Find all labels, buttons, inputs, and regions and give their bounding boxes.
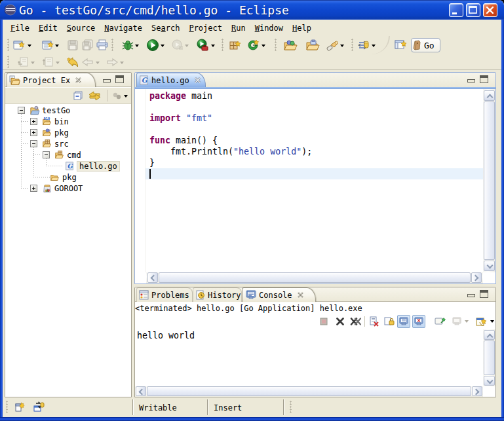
fast-view-icon[interactable] <box>14 401 26 413</box>
new-wizard-dropdown-icon[interactable] <box>27 43 32 48</box>
toolbar-grip[interactable] <box>275 39 277 52</box>
view-menu-icon[interactable] <box>123 94 128 99</box>
collapse-expander-icon[interactable] <box>30 140 37 147</box>
close-button[interactable] <box>483 3 497 17</box>
editor-tab-close-icon[interactable] <box>194 77 201 84</box>
menu-source[interactable]: Source <box>67 24 95 33</box>
tree-item-hellogo[interactable]: G hello.go <box>65 160 119 172</box>
tree-item-cmd[interactable]: cmd <box>43 149 81 160</box>
tree-label[interactable]: GOROOT <box>54 184 83 193</box>
link-with-editor-icon[interactable] <box>88 89 101 102</box>
tab-history[interactable]: History <box>193 287 242 302</box>
menu-help[interactable]: Help <box>292 24 311 33</box>
scroll-left-icon[interactable] <box>136 386 146 396</box>
menu-run[interactable]: Run <box>231 24 246 33</box>
tab-console[interactable]: Console <box>242 287 316 302</box>
toolbar-grip[interactable] <box>7 56 9 69</box>
open-console-dropdown-icon[interactable] <box>490 319 495 324</box>
tree-item-src[interactable]: src <box>30 138 69 149</box>
maximize-view-icon[interactable] <box>480 290 488 298</box>
remove-all-terminated-icon[interactable] <box>349 315 362 328</box>
toolbar-grip[interactable] <box>351 39 353 52</box>
save-icon[interactable] <box>66 38 80 52</box>
scrollbar-thumb[interactable] <box>484 340 495 375</box>
toolbar-grip[interactable] <box>7 39 9 52</box>
filters-icon[interactable] <box>110 89 123 102</box>
scroll-right-icon[interactable] <box>471 272 482 283</box>
tree-item-pkg2[interactable]: pkg <box>50 172 77 183</box>
external-tools-icon[interactable] <box>195 38 210 52</box>
maximize-view-icon[interactable] <box>115 75 124 83</box>
tab-problems[interactable]: Problems <box>136 287 193 302</box>
tree-item-bin[interactable]: 010 bin <box>30 116 69 127</box>
console-output[interactable]: hello world <box>135 329 495 386</box>
search-dropdown-icon[interactable] <box>339 43 345 48</box>
show-stdout-icon[interactable] <box>397 315 410 328</box>
show-stderr-icon[interactable] <box>412 315 425 328</box>
scroll-up-icon[interactable] <box>484 330 495 340</box>
tree-item-testgo[interactable]: testGo <box>18 105 70 116</box>
scroll-down-icon[interactable] <box>484 376 495 386</box>
tree-item-goroot[interactable]: GOROOT <box>30 183 83 194</box>
explorer-tab-close-icon[interactable] <box>75 77 82 84</box>
console-horizontal-scrollbar[interactable] <box>135 386 483 397</box>
launch-status-icon[interactable] <box>33 401 45 413</box>
editor-vertical-scrollbar[interactable] <box>483 89 495 272</box>
new-go-package-icon[interactable] <box>228 38 242 52</box>
expand-expander-icon[interactable] <box>30 129 37 136</box>
scroll-left-icon[interactable] <box>147 272 158 283</box>
tree-item-pkg[interactable]: pkg <box>30 127 69 138</box>
tree-label[interactable]: testGo <box>42 106 70 115</box>
scrollbar-thumb[interactable] <box>147 386 471 396</box>
new-go-file-dropdown-icon[interactable] <box>261 43 266 48</box>
new-item-dropdown-icon[interactable] <box>54 43 60 48</box>
minimize-button[interactable] <box>449 3 463 17</box>
debug-icon[interactable] <box>121 38 135 52</box>
open-go-type-icon[interactable] <box>283 38 298 52</box>
code-area[interactable]: package main import "fmt" func main() { … <box>146 89 483 272</box>
external-tools-dropdown-icon[interactable] <box>210 43 216 48</box>
menu-file[interactable]: File <box>10 24 29 33</box>
expand-expander-icon[interactable] <box>30 185 37 192</box>
explorer-minmax[interactable] <box>102 75 127 84</box>
tree-label[interactable]: cmd <box>67 151 81 160</box>
editor-horizontal-scrollbar[interactable] <box>146 272 483 284</box>
scroll-lock-icon[interactable] <box>383 315 396 328</box>
menu-project[interactable]: Project <box>189 24 222 33</box>
collapse-expander-icon[interactable] <box>18 107 25 114</box>
remove-launch-icon[interactable] <box>334 315 347 328</box>
toolbar-grip[interactable] <box>222 39 223 52</box>
new-go-file-icon[interactable] <box>246 38 261 52</box>
pin-console-icon[interactable] <box>433 315 446 328</box>
maximize-view-icon[interactable] <box>480 75 488 83</box>
console-vertical-scrollbar[interactable] <box>483 329 495 386</box>
tree-label[interactable]: src <box>54 139 69 149</box>
save-all-icon[interactable] <box>80 38 94 52</box>
menu-window[interactable]: Window <box>255 24 283 33</box>
toolbar-grip[interactable] <box>111 39 113 52</box>
scroll-up-icon[interactable] <box>484 90 495 101</box>
perspective-go-button[interactable]: Go <box>411 38 440 52</box>
editor-minmax[interactable] <box>467 75 492 84</box>
tree-label-selected[interactable]: hello.go <box>77 162 119 171</box>
tab-project-explorer[interactable]: Project Ex <box>7 73 96 87</box>
scrollbar-thumb[interactable] <box>484 101 495 260</box>
scroll-down-icon[interactable] <box>484 261 495 271</box>
tree-label[interactable]: bin <box>54 117 69 126</box>
open-perspective-icon[interactable] <box>395 39 408 52</box>
menu-navigate[interactable]: Navigate <box>104 24 142 33</box>
collapse-all-icon[interactable] <box>71 89 85 102</box>
search-icon[interactable] <box>325 38 339 52</box>
tab-hello-go[interactable]: G hello.go <box>136 73 206 87</box>
minimize-view-icon[interactable] <box>467 77 475 82</box>
menu-search[interactable]: Search <box>151 24 180 33</box>
menu-edit[interactable]: Edit <box>39 24 58 33</box>
run-dropdown-icon[interactable] <box>160 43 165 48</box>
collapse-expander-icon[interactable] <box>43 151 50 158</box>
new-item-icon[interactable] <box>41 38 55 52</box>
scroll-right-icon[interactable] <box>472 386 482 396</box>
minimize-view-icon[interactable] <box>102 77 111 82</box>
maximize-button[interactable] <box>466 3 480 17</box>
minimize-view-icon[interactable] <box>467 292 475 297</box>
profile-icon[interactable] <box>170 38 185 52</box>
